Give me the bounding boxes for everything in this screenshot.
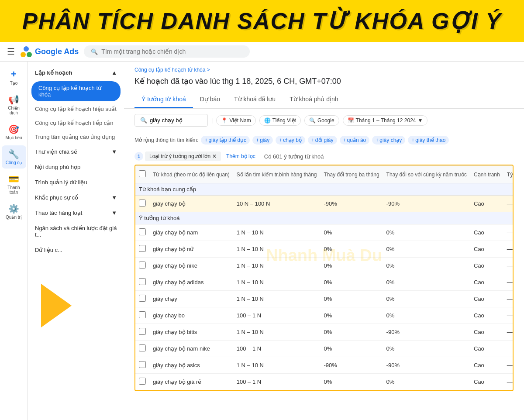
- row-keyword: giày chạy bộ giá rẻ: [149, 374, 233, 390]
- app-name: Google Ads: [35, 47, 79, 56]
- filter-bar: 🔍 | 📍 Việt Nam 🌐 Tiếng Việt 🔍 Google 📅 T…: [124, 109, 524, 132]
- location-label: Việt Nam: [229, 117, 251, 124]
- row-checkbox[interactable]: [139, 311, 146, 318]
- row-impression: —: [503, 196, 514, 212]
- row-check: [135, 291, 149, 307]
- sidebar-icon-label-create: Tạo: [10, 81, 18, 86]
- row-searches: 1 N – 10 N: [233, 274, 321, 291]
- date-label: Tháng 1 – Tháng 12 2024: [356, 117, 416, 124]
- table-row: giay chay bo 100 – 1 N 0% 0% Cao — 1.267…: [135, 307, 514, 324]
- add-filter-btn[interactable]: Thêm bộ lọc: [226, 153, 255, 159]
- language-filter[interactable]: 🌐 Tiếng Việt: [259, 115, 301, 126]
- row-checkbox[interactable]: [139, 295, 146, 302]
- row-keyword: giày chạy bộ nam nike: [149, 341, 233, 357]
- sidebar-icon-cong-cu[interactable]: 🔧 Công cụ: [2, 145, 26, 169]
- row-checkbox[interactable]: [139, 328, 146, 335]
- filter-adults-btn[interactable]: Loại trừ ý tưởng người lớn ✕: [145, 151, 221, 161]
- row-checkbox[interactable]: [139, 228, 146, 235]
- row-impression: —: [503, 307, 514, 324]
- search-input[interactable]: [101, 48, 243, 55]
- search-icon: 🔍: [91, 48, 98, 55]
- plus-icon-1: +: [256, 137, 259, 143]
- row-checkbox[interactable]: [139, 200, 146, 207]
- khac-phuc-label: Khắc phục sự cố: [35, 194, 78, 201]
- section-header-cell: Từ khoá bạn cung cấp: [135, 183, 514, 196]
- sidebar-icon-quan-tri[interactable]: ⚙️ Quản trị: [2, 200, 26, 223]
- row-change-3m: 0%: [321, 374, 383, 390]
- sidebar-item-hieu-suat[interactable]: Công cụ lập kế hoạch hiệu suất: [28, 102, 124, 116]
- search-bar[interactable]: 🔍: [84, 45, 250, 58]
- sidebar-item-cong-cu-lap-ke-hoach-tu-khoa[interactable]: Công cụ lập kế hoạch từ khóa: [31, 81, 121, 101]
- row-checkbox[interactable]: [139, 378, 146, 385]
- sidebar-icon-thanh-toan[interactable]: 💳 Thanh toán: [2, 170, 26, 198]
- tab-y-tuong[interactable]: Ý tưởng từ khoá: [134, 91, 193, 108]
- sidebar-section-thu-vien[interactable]: Thư viện chia sẻ ▼: [28, 144, 124, 159]
- expand-chip-0[interactable]: + giày tập thể dục: [201, 136, 250, 145]
- sidebar-item-du-lieu[interactable]: Dữ liệu c...: [28, 242, 124, 258]
- sidebar-icons: + Tạo 📢 Chiến dịch 🎯 Mục tiêu 🔧 Công cụ …: [0, 62, 28, 420]
- sidebar-section-thao-tac[interactable]: Thao tác hàng loạt ▼: [28, 205, 124, 220]
- location-filter[interactable]: 📍 Việt Nam: [216, 115, 255, 126]
- row-checkbox[interactable]: [139, 278, 146, 285]
- breadcrumb[interactable]: Công cụ lập kế hoạch từ khóa >: [124, 62, 524, 75]
- row-searches: 1 N – 10 N: [233, 224, 321, 241]
- row-change-3m: 0%: [321, 307, 383, 324]
- keyword-input[interactable]: [150, 117, 202, 124]
- sidebar-item-tiep-can[interactable]: Công cụ lập kế hoạch tiếp cận: [28, 116, 124, 130]
- tab-tu-khoa-phu-dinh[interactable]: Từ khoá phủ định: [283, 91, 345, 108]
- banner-title: PHÂN TÍCH DANH SÁCH TỪ KHÓA GỢI Ý: [10, 8, 514, 34]
- close-filter-icon[interactable]: ✕: [212, 153, 217, 159]
- expand-chip-1[interactable]: + giày: [252, 136, 273, 145]
- create-icon: +: [11, 69, 17, 80]
- keyword-search[interactable]: 🔍: [134, 114, 208, 127]
- chip-label-4: quần áo: [347, 137, 366, 143]
- svg-point-2: [24, 46, 29, 52]
- thu-vien-label: Thư viện chia sẻ: [35, 148, 77, 155]
- row-checkbox[interactable]: [139, 361, 146, 368]
- sidebar-icon-chien-dich[interactable]: 📢 Chiến dịch: [2, 91, 26, 119]
- tabs-bar: Ý tưởng từ khoá Dự báo Từ khoá đã lưu Từ…: [124, 91, 524, 109]
- row-change-yoy: -90%: [383, 196, 470, 212]
- row-impression: —: [503, 374, 514, 390]
- sidebar-item-trinh-quan-ly[interactable]: Trình quản lý dữ liệu: [28, 175, 124, 190]
- sidebar-section-khac-phuc[interactable]: Khắc phục sự cố ▼: [28, 190, 124, 205]
- tab-tu-khoa-da-luu[interactable]: Từ khoá đã lưu: [227, 91, 283, 108]
- expand-chip-2[interactable]: + chạy bộ: [276, 136, 305, 145]
- sidebar-item-noi-dung[interactable]: Nội dung phù hợp: [28, 159, 124, 175]
- sidebar-icon-muc-tieu[interactable]: 🎯 Mục tiêu: [2, 120, 26, 144]
- thanh-toan-icon: 💳: [8, 174, 19, 184]
- row-competition: Cao: [470, 307, 503, 324]
- select-all-checkbox[interactable]: [139, 170, 146, 177]
- expand-chip-3[interactable]: + đồi giày: [308, 136, 337, 145]
- row-change-3m: 0%: [321, 324, 383, 341]
- menu-icon[interactable]: ☰: [7, 46, 15, 57]
- row-searches: 1 N – 10 N: [233, 357, 321, 374]
- section-header-row: Từ khoá bạn cung cấp: [135, 183, 514, 196]
- row-searches: 1 N – 10 N: [233, 258, 321, 274]
- row-checkbox[interactable]: [139, 245, 146, 252]
- row-checkbox[interactable]: [139, 262, 146, 269]
- row-checkbox[interactable]: [139, 344, 146, 351]
- tab-du-bao[interactable]: Dự báo: [193, 91, 227, 108]
- plus-icon-0: +: [204, 137, 207, 143]
- col-check: [135, 166, 149, 183]
- row-impression: —: [503, 357, 514, 374]
- expand-label: Mở rộng thông tin tìm kiếm:: [134, 137, 198, 143]
- sidebar-item-ngan-sach[interactable]: Ngân sách và chiến lược đặt giá t...: [28, 220, 124, 242]
- sidebar-icon-create[interactable]: + Tạo: [2, 65, 26, 89]
- row-impression: —: [503, 241, 514, 258]
- main-wrapper: + Tạo 📢 Chiến dịch 🎯 Mục tiêu 🔧 Công cụ …: [0, 62, 524, 420]
- expand-chip-5[interactable]: + giày chạy: [372, 136, 405, 145]
- sidebar-nav: Lập kế hoạch ▲ Công cụ lập kế hoạch từ k…: [28, 62, 124, 420]
- expand-chip-6[interactable]: + giày thể thao: [408, 136, 449, 145]
- row-change-yoy: 0%: [383, 224, 470, 241]
- expand-chip-4[interactable]: + quần áo: [340, 136, 370, 145]
- expand-bar: Mở rộng thông tin tìm kiếm: + giày tập t…: [124, 132, 524, 148]
- sidebar-section-lap-ke-hoach[interactable]: Lập kế hoạch ▲: [28, 65, 124, 80]
- sidebar-item-trung-tam[interactable]: Trung tâm quảng cáo ứng dụng: [28, 130, 124, 144]
- row-impression: —: [503, 258, 514, 274]
- row-change-3m: 0%: [321, 258, 383, 274]
- row-impression: —: [503, 291, 514, 307]
- network-filter[interactable]: 🔍 Google: [304, 115, 339, 126]
- date-filter[interactable]: 📅 Tháng 1 – Tháng 12 2024 ▼: [343, 115, 428, 126]
